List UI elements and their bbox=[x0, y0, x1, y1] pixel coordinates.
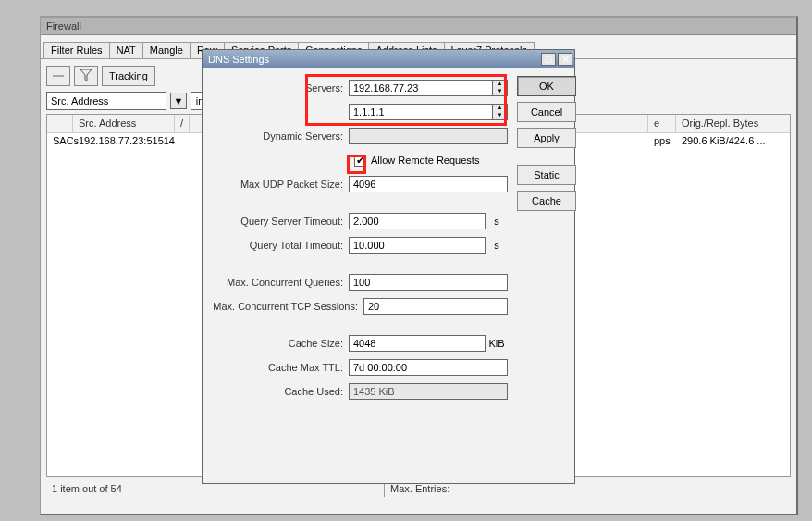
cell-src: 192.168.77.23:51514 bbox=[73, 133, 190, 149]
col-sort-indicator[interactable]: / bbox=[175, 115, 190, 132]
cache-size-input[interactable] bbox=[349, 335, 486, 352]
col-src-address[interactable]: Src. Address bbox=[73, 115, 175, 132]
query-server-timeout-input[interactable] bbox=[349, 213, 486, 229]
server1-spinner[interactable]: ▲ ▼ bbox=[493, 80, 508, 96]
cell-bytes: 290.6 KiB/424.6 ... bbox=[676, 133, 790, 149]
dynamic-servers-input bbox=[349, 128, 508, 144]
query-total-timeout-input[interactable] bbox=[349, 237, 486, 254]
query-server-timeout-label: Query Server Timeout: bbox=[210, 216, 349, 227]
close-icon: ✕ bbox=[561, 54, 570, 66]
tab-filter-rules[interactable]: Filter Rules bbox=[43, 42, 110, 58]
dynamic-servers-label: Dynamic Servers: bbox=[210, 130, 349, 142]
server2-spinner[interactable]: ▲ ▼ bbox=[493, 104, 508, 120]
fields: Servers: ▲ ▼ ▲ ▼ Dynamic Servers: bbox=[210, 76, 508, 403]
cell-tag: SACs bbox=[47, 133, 73, 149]
maximize-icon: □ bbox=[546, 54, 552, 65]
funnel-icon bbox=[80, 69, 92, 82]
unit-seconds: s bbox=[486, 216, 508, 227]
firewall-title: Firewall bbox=[41, 18, 796, 35]
max-udp-input[interactable] bbox=[349, 176, 508, 192]
cache-ttl-label: Cache Max TTL: bbox=[210, 362, 349, 373]
cache-used-label: Cache Used: bbox=[210, 386, 349, 397]
allow-remote-label: Allow Remote Requests bbox=[371, 155, 479, 166]
col-bytes[interactable]: Orig./Repl. Bytes bbox=[676, 115, 790, 132]
apply-button[interactable]: Apply bbox=[517, 128, 576, 148]
close-button[interactable]: ✕ bbox=[558, 53, 572, 66]
chevron-down-icon: ▼ bbox=[174, 95, 184, 106]
filter-field-select[interactable]: Src. Address bbox=[46, 92, 166, 110]
cache-size-label: Cache Size: bbox=[210, 338, 349, 349]
remove-button[interactable] bbox=[46, 66, 70, 86]
dns-title: DNS Settings bbox=[208, 54, 269, 65]
cell-extra: pps bbox=[648, 133, 676, 149]
server1-input[interactable] bbox=[349, 80, 493, 96]
query-total-timeout-label: Query Total Timeout: bbox=[210, 240, 349, 251]
max-tcp-sessions-label: Max. Concurrent TCP Sessions: bbox=[210, 301, 363, 312]
minus-icon bbox=[52, 71, 65, 81]
maximize-button[interactable]: □ bbox=[541, 53, 556, 66]
unit-seconds: s bbox=[486, 240, 508, 251]
spin-up-icon[interactable]: ▲ bbox=[493, 81, 507, 88]
max-udp-label: Max UDP Packet Size: bbox=[210, 179, 349, 190]
allow-remote-checkbox[interactable]: ✔ bbox=[354, 155, 366, 167]
static-button[interactable]: Static bbox=[517, 165, 576, 185]
spin-up-icon[interactable]: ▲ bbox=[493, 105, 507, 112]
spin-down-icon[interactable]: ▼ bbox=[493, 88, 507, 95]
check-icon: ✔ bbox=[356, 155, 364, 167]
col-blank[interactable] bbox=[47, 115, 73, 132]
dns-titlebar[interactable]: DNS Settings □ ✕ bbox=[203, 50, 574, 68]
tab-nat[interactable]: NAT bbox=[109, 42, 143, 58]
unit-kib: KiB bbox=[486, 338, 508, 349]
cache-button[interactable]: Cache bbox=[517, 191, 576, 211]
tracking-button[interactable]: Tracking bbox=[102, 66, 155, 86]
filter-field-dropdown[interactable]: ▼ bbox=[170, 93, 187, 109]
spin-down-icon[interactable]: ▼ bbox=[493, 112, 507, 119]
dns-settings-dialog: DNS Settings □ ✕ Servers: ▲ ▼ ▲ ▼ bbox=[202, 49, 575, 484]
max-concurrent-queries-label: Max. Concurrent Queries: bbox=[210, 277, 349, 288]
tab-mangle[interactable]: Mangle bbox=[142, 42, 191, 58]
status-bar: 1 item out of 54 bbox=[46, 480, 128, 497]
max-tcp-sessions-input[interactable] bbox=[363, 298, 508, 315]
max-concurrent-queries-input[interactable] bbox=[349, 274, 508, 291]
col-extra[interactable]: e bbox=[648, 115, 676, 132]
cache-ttl-input[interactable] bbox=[349, 359, 508, 376]
server2-input[interactable] bbox=[349, 104, 493, 120]
cancel-button[interactable]: Cancel bbox=[517, 102, 576, 122]
filter-button[interactable] bbox=[74, 66, 98, 86]
servers-label: Servers: bbox=[210, 82, 349, 93]
window-controls: □ ✕ bbox=[539, 53, 572, 66]
ok-button[interactable]: OK bbox=[517, 76, 576, 96]
cache-used-value bbox=[349, 383, 508, 400]
svg-rect-0 bbox=[53, 75, 64, 77]
dialog-buttons: OK Cancel Apply Static Cache bbox=[517, 76, 576, 403]
